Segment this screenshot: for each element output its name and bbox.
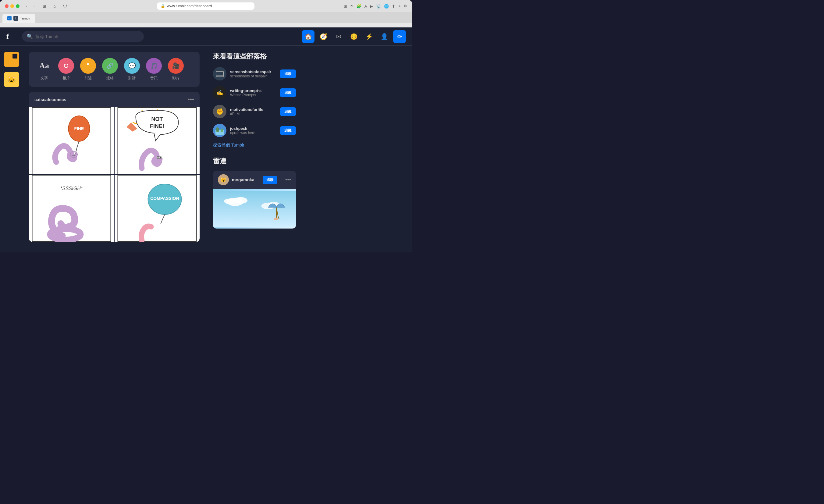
tumblr-logo[interactable]: t xyxy=(6,32,17,41)
svg-rect-48 xyxy=(213,191,296,227)
svg-rect-4 xyxy=(32,107,111,174)
radar-user-avatar: 😺 xyxy=(218,174,229,185)
post-type-link[interactable]: 🔗 連結 xyxy=(102,58,118,81)
comic-panel-4: COMPASSION xyxy=(115,175,200,242)
blog-info-screenshots: screenshotsofdespair screenshots of desp… xyxy=(230,70,276,78)
follow-btn-motivations[interactable]: 追蹤 xyxy=(280,107,296,116)
rss-icon[interactable]: 📡 xyxy=(376,3,382,9)
share-icon[interactable]: ⬆ xyxy=(391,3,396,9)
close-button[interactable] xyxy=(5,4,9,8)
comic-panel-1-svg: FINE xyxy=(29,107,114,174)
svg-point-55 xyxy=(274,218,278,220)
home-nav-icon[interactable]: 🏠 xyxy=(302,30,314,43)
svg-point-51 xyxy=(224,198,235,204)
explore-nav-icon[interactable]: 🧭 xyxy=(317,30,330,43)
search-bar[interactable]: 🔍 xyxy=(22,31,144,42)
maximize-button[interactable] xyxy=(16,4,19,8)
home-icon[interactable]: ⌂ xyxy=(51,3,58,9)
motivations-avatar-icon: ✊ xyxy=(213,105,226,118)
user-avatar[interactable] xyxy=(4,52,19,67)
blog-info-writing: writing-prompt-s Writing Prompts xyxy=(230,88,276,97)
account-nav-icon[interactable]: 👤 xyxy=(378,30,391,43)
comic-panel-3-svg: *SSSIGH* xyxy=(29,175,114,242)
post-type-chat[interactable]: 💬 對話 xyxy=(124,58,140,81)
minimize-button[interactable] xyxy=(10,4,14,8)
tumblr-navbar: t 🔍 🏠 🧭 ✉ 😊 ⚡ 👤 ✏ xyxy=(0,27,412,46)
blog-name-motivations[interactable]: motivationsforlife xyxy=(230,107,276,112)
shield-icon[interactable]: 🛡 xyxy=(62,3,68,9)
radar-preview-image xyxy=(213,189,296,228)
nav-icons: 🏠 🧭 ✉ 😊 ⚡ 👤 ✏ xyxy=(302,30,406,43)
post-type-quote[interactable]: " 引述 xyxy=(80,58,96,81)
follow-btn-joshpeck[interactable]: 追蹤 xyxy=(280,126,296,135)
joshpeck-avatar-icon xyxy=(213,124,226,137)
translate-icon[interactable]: ⊞ xyxy=(343,3,348,9)
post-comic-grid: FINE xyxy=(29,107,200,242)
svg-point-44 xyxy=(216,127,219,132)
svg-text:COMPASSION: COMPASSION xyxy=(150,196,179,201)
tab-tumblr-favicon: t xyxy=(13,16,18,21)
active-tab[interactable]: 31 t Tumblr xyxy=(2,14,35,23)
post-more-button[interactable]: ••• xyxy=(188,96,194,103)
tab-title: Tumblr xyxy=(20,16,30,20)
link-type-icon: 🔗 xyxy=(102,58,118,74)
audio-type-icon: 🎵 xyxy=(146,58,162,74)
post-type-audio[interactable]: 🎵 音訊 xyxy=(146,58,162,81)
blog-name-screenshots[interactable]: screenshotsofdespair xyxy=(230,70,276,74)
inbox-nav-icon[interactable]: ✉ xyxy=(332,30,345,43)
extension-icon1[interactable]: 🧩 xyxy=(356,3,362,9)
blog-info-motivations: motivationsforlife #BLM xyxy=(230,107,276,116)
post-type-photo[interactable]: 相片 xyxy=(58,58,74,81)
post-type-selector: Aa 文字 相片 xyxy=(36,58,192,81)
camera-icon xyxy=(62,62,70,70)
radar-follow-button[interactable]: 追蹤 xyxy=(263,176,277,184)
blog-avatar-writing: ✍ xyxy=(213,86,226,99)
post-card: catscafecomics ••• FINE xyxy=(29,92,200,242)
follow-btn-screenshots[interactable]: 追蹤 xyxy=(280,70,296,78)
comic-panel-4-svg: COMPASSION xyxy=(115,175,200,242)
compose-nav-btn[interactable]: ✏ xyxy=(393,30,406,43)
blog-name-writing[interactable]: writing-prompt-s xyxy=(230,88,276,93)
windows-icon[interactable]: ⧉ xyxy=(403,3,407,9)
blog-avatar-joshpeck xyxy=(213,124,226,137)
post-author[interactable]: catscafecomics xyxy=(34,97,66,102)
blog-suggestion-3: ✊ motivationsforlife #BLM 追蹤 xyxy=(213,105,296,118)
explore-tumblr-link[interactable]: 探索整個 Tumblr xyxy=(213,142,296,148)
cat-blog-avatar[interactable]: 🐱 xyxy=(4,72,19,87)
extension-icon2[interactable]: A xyxy=(364,3,368,9)
link-type-label: 連結 xyxy=(106,76,114,81)
post-header: catscafecomics ••• xyxy=(29,92,200,107)
comic-panel-2: NOT FINE! xyxy=(115,107,200,174)
follow-btn-writing[interactable]: 追蹤 xyxy=(280,88,296,97)
writing-avatar-icon: ✍ xyxy=(213,86,226,99)
address-bar[interactable]: 🔒 www.tumblr.com/dashboard xyxy=(157,2,254,10)
svg-point-10 xyxy=(75,153,76,154)
photo-type-icon xyxy=(58,58,74,74)
svg-text:*SSSIGH*: *SSSIGH* xyxy=(60,186,83,191)
svg-point-50 xyxy=(234,197,247,204)
globe-icon[interactable]: 🌐 xyxy=(383,3,390,9)
chat-type-label: 對話 xyxy=(128,76,136,81)
blog-suggestion-4: joshpeck oprah was here 追蹤 xyxy=(213,124,296,137)
new-tab-icon[interactable]: + xyxy=(398,3,401,9)
blog-desc-motivations: #BLM xyxy=(230,112,276,116)
post-type-video[interactable]: 🎥 影片 xyxy=(168,58,184,81)
nav-arrows: ‹ › xyxy=(23,3,37,9)
refresh-icon[interactable]: ↻ xyxy=(349,3,354,9)
forward-button[interactable]: › xyxy=(30,3,37,9)
sidebar-toggle-icon[interactable]: ⊞ xyxy=(41,3,47,9)
blog-name-joshpeck[interactable]: joshpeck xyxy=(230,126,276,131)
url-text: www.tumblr.com/dashboard xyxy=(167,4,212,8)
audio-type-label: 音訊 xyxy=(150,76,158,81)
radar-username[interactable]: mogamoka xyxy=(232,177,254,182)
back-button[interactable]: ‹ xyxy=(23,3,30,9)
svg-rect-3 xyxy=(64,64,66,65)
emoji-nav-icon[interactable]: 😊 xyxy=(347,30,360,43)
blog-info-joshpeck: joshpeck oprah was here xyxy=(230,126,276,135)
blog-avatar-motivations: ✊ xyxy=(213,105,226,118)
extension-icon3[interactable]: ▶ xyxy=(369,3,374,9)
radar-more-button[interactable]: ••• xyxy=(285,177,291,183)
post-type-text[interactable]: Aa 文字 xyxy=(36,58,52,81)
activity-nav-icon[interactable]: ⚡ xyxy=(363,30,376,43)
search-input[interactable] xyxy=(35,34,139,39)
